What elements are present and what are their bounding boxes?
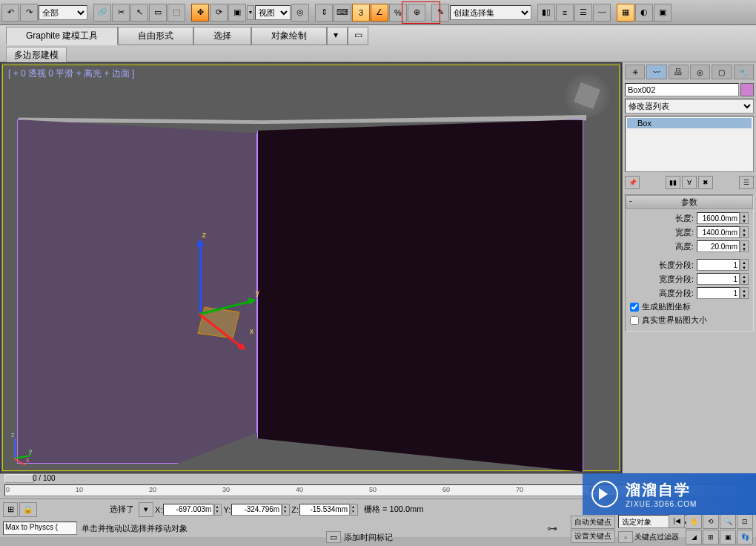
y-spinner[interactable]: ▲▼: [282, 504, 290, 516]
remove-mod-icon[interactable]: ✖: [698, 176, 713, 189]
length-spinner[interactable]: ▲▼: [740, 212, 749, 224]
object-color-swatch[interactable]: [740, 83, 754, 96]
subtab-poly-modeling[interactable]: 多边形建模: [6, 47, 67, 64]
display-tab-icon[interactable]: ▢: [712, 65, 732, 79]
height-field[interactable]: [697, 240, 740, 252]
viewport-nav-controls: ✋ ⟲ 🔍 ⊡ ◢ ⊞ ▣ 👣: [686, 514, 753, 545]
modifier-stack[interactable]: Box: [625, 116, 754, 172]
spinner-snap-icon[interactable]: ⊕: [408, 4, 425, 22]
select-rect-icon[interactable]: ▭: [149, 4, 167, 22]
move-icon[interactable]: ✥: [191, 4, 209, 22]
create-tab-icon[interactable]: ✳: [625, 65, 645, 79]
hsegs-spinner[interactable]: ▲▼: [740, 287, 749, 299]
hsegs-field[interactable]: [697, 287, 740, 299]
pin-stack-icon[interactable]: 📌: [625, 176, 640, 189]
render-icon[interactable]: ▣: [654, 4, 672, 22]
tab-freeform[interactable]: 自由形式: [118, 27, 193, 45]
zoom-all-icon[interactable]: ⊡: [737, 514, 753, 529]
sel-arrow-icon[interactable]: ▾: [139, 502, 153, 517]
select-icon[interactable]: ↖: [130, 4, 148, 22]
undo-icon[interactable]: ↶: [1, 4, 19, 22]
wsegs-field[interactable]: [697, 273, 740, 285]
key-filter-icon[interactable]: ▫: [618, 531, 633, 543]
layers-icon[interactable]: ☰: [574, 4, 592, 22]
move-gizmo[interactable]: z y x: [188, 231, 262, 349]
show-end-icon[interactable]: ▮▮: [666, 176, 680, 189]
redo-icon[interactable]: ↷: [20, 4, 38, 22]
stack-item-box[interactable]: Box: [627, 118, 752, 128]
motion-tab-icon[interactable]: ◎: [690, 65, 710, 79]
zoom-extents-icon[interactable]: ⊞: [703, 530, 719, 545]
x-coord-field[interactable]: [163, 504, 213, 516]
select-window-icon[interactable]: ⬚: [168, 4, 185, 22]
setkey-button[interactable]: 设置关键点: [571, 530, 615, 543]
hierarchy-tab-icon[interactable]: 品: [669, 65, 689, 79]
lock-selection-icon[interactable]: 🔒: [19, 502, 37, 517]
pivot-icon[interactable]: ◎: [291, 4, 309, 22]
snap-toggle-icon[interactable]: 3: [352, 4, 370, 22]
time-slider[interactable]: [4, 474, 34, 483]
width-spinner[interactable]: ▲▼: [740, 226, 749, 238]
ribbon-dropdown-icon[interactable]: ▾: [327, 27, 348, 45]
gen-coords-checkbox[interactable]: [630, 303, 639, 312]
render-setup-icon[interactable]: ◐: [635, 4, 653, 22]
zoom-icon[interactable]: 🔍: [720, 514, 736, 529]
grid-label: 栅格 = 100.0mm: [359, 504, 428, 515]
params-rollup-header[interactable]: -参数: [626, 195, 753, 209]
goto-start-icon[interactable]: |◀: [669, 513, 685, 528]
scale-flyout-arrow[interactable]: ▾: [247, 5, 254, 20]
key-lock-icon[interactable]: ⊶: [541, 521, 563, 536]
material-editor-icon[interactable]: ▦: [617, 4, 634, 22]
modifier-list-dropdown[interactable]: 修改器列表: [625, 99, 754, 114]
lsegs-field[interactable]: [697, 259, 740, 271]
modify-tab-icon[interactable]: 〰: [646, 65, 666, 79]
selection-filter-dropdown[interactable]: 全部: [39, 5, 87, 20]
maxscript-listener[interactable]: Max to Physcs (: [3, 522, 77, 535]
utilities-tab-icon[interactable]: 🔧: [734, 65, 754, 79]
unlink-icon[interactable]: ✂: [112, 4, 130, 22]
keyboard-icon[interactable]: ⌨: [334, 4, 351, 22]
ref-coord-dropdown[interactable]: 视图: [255, 5, 291, 20]
selected-label: 选择了: [107, 504, 137, 515]
object-name-field[interactable]: [625, 83, 739, 96]
tab-object-paint[interactable]: 对象绘制: [251, 27, 327, 45]
walk-icon[interactable]: 👣: [737, 530, 753, 545]
z-coord-field[interactable]: [299, 504, 350, 516]
x-spinner[interactable]: ▲▼: [214, 504, 222, 516]
field-of-view-icon[interactable]: ◢: [686, 530, 702, 545]
named-sel-edit-icon[interactable]: ✎: [431, 4, 449, 22]
tab-select[interactable]: 选择: [193, 27, 251, 45]
y-coord-field[interactable]: [231, 504, 282, 516]
real-world-checkbox[interactable]: [630, 316, 639, 325]
width-field[interactable]: [697, 226, 740, 238]
add-time-tag-label[interactable]: 添加时间标记: [344, 532, 393, 543]
make-unique-icon[interactable]: ∀: [682, 176, 697, 189]
viewport[interactable]: [ + 0 透视 0 平滑 + 高光 + 边面 ] z y x z y x: [0, 62, 622, 473]
rotate-icon[interactable]: ⟳: [210, 4, 228, 22]
pan-icon[interactable]: ✋: [686, 514, 702, 529]
world-axis-icon: z y x: [11, 432, 41, 462]
curve-editor-icon[interactable]: 〰: [593, 4, 611, 22]
arc-rotate-icon[interactable]: ⟲: [703, 514, 719, 529]
maximize-viewport-icon[interactable]: ▣: [720, 530, 736, 545]
manip-icon[interactable]: ⇕: [315, 4, 333, 22]
ribbon-minimize-icon[interactable]: ▭: [348, 27, 368, 45]
angle-snap-icon[interactable]: ∠: [371, 4, 388, 22]
align-icon[interactable]: ≡: [556, 4, 574, 22]
mirror-icon[interactable]: ▮▯: [537, 4, 555, 22]
height-spinner[interactable]: ▲▼: [740, 240, 749, 252]
configure-sets-icon[interactable]: ☰: [739, 176, 754, 189]
time-label: 0 / 100: [33, 474, 56, 482]
tab-graphite[interactable]: Graphite 建模工具: [6, 27, 118, 45]
lsegs-spinner[interactable]: ▲▼: [740, 259, 749, 271]
z-spinner[interactable]: ▲▼: [351, 504, 358, 516]
time-tag-icon[interactable]: ▭: [326, 531, 341, 543]
autokey-button[interactable]: 自动关键点: [571, 516, 615, 529]
percent-snap-icon[interactable]: %: [389, 4, 407, 22]
wsegs-spinner[interactable]: ▲▼: [740, 273, 749, 285]
link-icon[interactable]: 🔗: [93, 4, 111, 22]
trackbar-toggle-icon[interactable]: ⊞: [3, 502, 18, 517]
named-selection-dropdown[interactable]: 创建选择集: [450, 5, 531, 20]
scale-icon[interactable]: ▣: [228, 4, 246, 22]
length-field[interactable]: [697, 212, 740, 224]
